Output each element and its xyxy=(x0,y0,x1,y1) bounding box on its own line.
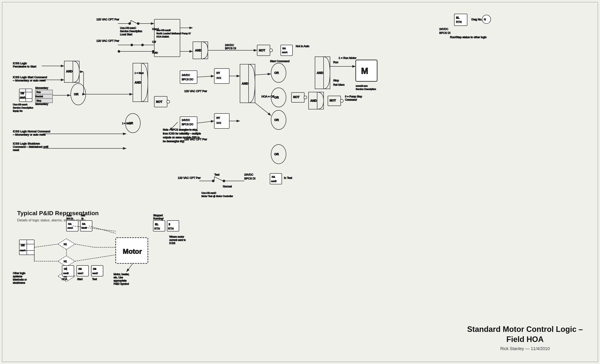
label-momentary2: Momentary xyxy=(35,103,48,106)
svg-rect-82 xyxy=(270,173,282,184)
label-icss-permissive: ICSS Logic xyxy=(13,62,27,65)
label-mmna: mmA xyxy=(20,96,26,99)
svg-line-79 xyxy=(214,177,223,181)
svg-rect-16 xyxy=(154,19,180,57)
label-rtn-pid2: RTN xyxy=(168,227,174,230)
svg-line-53 xyxy=(197,76,214,77)
svg-line-94 xyxy=(126,263,133,272)
label-120vac-mid: 120 VAC CPT Pwr xyxy=(96,39,119,42)
label-local-start: Local Start xyxy=(120,33,132,36)
svg-rect-96 xyxy=(80,220,92,231)
label-bpcs-di-test: BPCS DI xyxy=(244,177,255,180)
label-other-logic2: systems xyxy=(13,275,22,278)
label-not-in-auto-pid: Not in xyxy=(66,217,73,220)
label-hoa-off: HOA = Off xyxy=(262,95,274,98)
label-mmna-pid2: mmA xyxy=(67,227,73,229)
label-note-bpcs2: from ICSS for reliability – multiple xyxy=(163,132,201,135)
label-ha-mmna-pid: HA xyxy=(68,223,72,225)
label-rtn: RTN xyxy=(456,20,462,24)
label-start-command: Start Command xyxy=(270,60,290,63)
label-not-3: NOT xyxy=(293,95,300,99)
label-uuu-hsmmnb: uuu-HS-mmB xyxy=(156,29,171,31)
label-uuu-hsmmnd: Uuu-HS-mmD xyxy=(201,192,216,194)
label-icss-normal1: ICSS Logic Normal Command xyxy=(13,130,50,133)
label-hoa-pid: HOA xyxy=(62,278,67,281)
label-and6: AND xyxy=(317,71,323,74)
label-runstep: Run/Step status to other logic xyxy=(450,36,487,39)
label-equip-no: Equip No xyxy=(13,110,22,112)
svg-point-15 xyxy=(152,50,154,53)
svg-point-3 xyxy=(129,22,131,25)
label-n1-1: N1 xyxy=(64,243,67,246)
label-mmnd-pid: mmD xyxy=(92,272,98,274)
label-icss-start1: ICSS Logic Start Command xyxy=(13,76,47,79)
svg-point-75 xyxy=(482,15,491,24)
label-motor-heater3: appropriate xyxy=(113,279,127,282)
label-motor-m: M xyxy=(361,66,368,76)
label-note-bpcs4: be deenergize trip) xyxy=(163,140,184,143)
label-el-rtn: EL xyxy=(456,16,460,19)
label-run-btn: Run xyxy=(37,91,41,93)
label-pump-stop1: 0 = Pump Stop xyxy=(345,95,362,98)
label-neutral-btn: Neutral xyxy=(35,95,43,98)
svg-line-5 xyxy=(131,20,137,24)
svg-point-80 xyxy=(223,180,225,182)
label-hoa-switch: HOA Switch xyxy=(156,35,169,38)
label-not-1: NOT xyxy=(259,49,265,52)
svg-point-23 xyxy=(270,49,272,52)
label-momentary1: Momentary xyxy=(35,87,48,90)
label-service-desc-a: Service Description xyxy=(13,106,33,109)
label-start-pid: Start xyxy=(77,278,83,281)
svg-line-62 xyxy=(255,103,271,116)
label-hy-bot: HY xyxy=(216,117,220,119)
svg-point-11 xyxy=(141,44,144,46)
label-24vdc-1: 24VDC xyxy=(225,44,234,47)
label-bpcs-di-1: BPCS DI xyxy=(225,47,236,50)
label-bpcs-do-start: BPCS DO xyxy=(182,78,193,81)
label-and5: AND xyxy=(310,99,317,102)
label-icss-start2: – Momentary or auto reset xyxy=(13,79,46,82)
svg-line-54 xyxy=(197,121,214,123)
label-where-motor3: ICSS xyxy=(169,242,175,245)
svg-rect-95 xyxy=(66,220,78,231)
label-uuu-hsmma: Uuu-HS-mmA xyxy=(13,103,28,106)
label-normal-switch: Normal xyxy=(223,185,232,188)
main-canvas: Standard Motor Control Logic – Field HOA… xyxy=(0,0,600,364)
svg-point-14 xyxy=(118,50,120,53)
label-icss-normal2: – Momentary or auto reset xyxy=(13,133,46,136)
label-mmnc-pid: mmC xyxy=(78,272,83,274)
label-where-motor2: current sent to xyxy=(169,238,186,242)
label-where-motor1: Where motor xyxy=(169,235,184,238)
svg-line-61 xyxy=(255,74,271,75)
label-n1-2: N1 xyxy=(64,260,67,263)
label-run-motor: 1 = Run Motor xyxy=(338,56,356,60)
label-or6: OR xyxy=(274,153,279,156)
label-not-2: NOT xyxy=(156,100,162,103)
label-and3: AND xyxy=(135,81,141,84)
label-other-logic4: shutdowns xyxy=(13,281,25,284)
label-120vac-test: 120 VAC CPT Pwr xyxy=(178,176,201,179)
label-or4: OR xyxy=(274,118,279,122)
svg-line-102 xyxy=(34,244,58,247)
svg-rect-100 xyxy=(77,265,88,276)
label-hy-bot-2: XXX xyxy=(216,122,221,124)
label-is-test-pid: Is xyxy=(81,217,83,220)
label-not-in-auto: Not in Auto xyxy=(296,45,309,48)
label-note-bpcs1: Note – BPCS energize to stop, xyxy=(163,128,198,131)
label-stop: Stop xyxy=(333,79,339,82)
label-hs-mmnc-pid: HS xyxy=(78,268,82,270)
label-hs-pid: HS xyxy=(21,244,25,247)
svg-line-111 xyxy=(89,226,116,233)
label-stop-btn: Stop xyxy=(37,99,41,102)
label-hy-top: HY xyxy=(216,72,220,74)
label-120vac-relay1: 120 VAC CPT Pwr xyxy=(184,90,207,93)
label-motor-service: uuuuM-mm xyxy=(356,85,368,87)
label-ii-pid: II xyxy=(169,223,170,226)
label-test-pid2: Test xyxy=(92,278,97,281)
label-test-pid: Test xyxy=(80,214,85,217)
svg-point-65 xyxy=(304,96,307,99)
label-off: Off xyxy=(152,40,156,44)
svg-rect-74 xyxy=(454,14,467,26)
label-other-logic1: Other logic xyxy=(13,272,25,275)
label-bpcs-do-stop: BPCS DO xyxy=(182,123,193,126)
